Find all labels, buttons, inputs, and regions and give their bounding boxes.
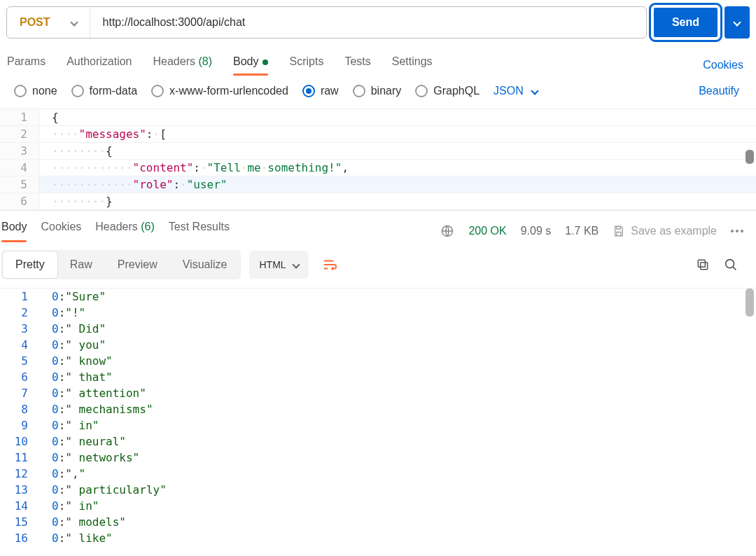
request-tabs: Params Authorization Headers (8) Body Sc… [0,43,756,75]
response-line[interactable]: 10:"Sure" [0,289,756,305]
response-time: 9.09 s [521,225,552,237]
response-line[interactable]: 120:"," [0,466,756,482]
response-tab-body[interactable]: Body [1,221,27,242]
response-line[interactable]: 70:" attention" [0,385,756,401]
editor-line[interactable]: 4············"content":·"Tell·me·somethi… [0,160,756,176]
tab-params[interactable]: Params [7,55,46,75]
tab-scripts[interactable]: Scripts [289,55,323,75]
chevron-down-icon [70,18,78,26]
response-line[interactable]: 50:" know" [0,353,756,369]
urlbar-group: POST [6,6,647,39]
response-line[interactable]: 60:" that" [0,369,756,385]
response-view-segmented: Pretty Raw Preview Visualize [1,250,241,279]
method-select[interactable]: POST [7,7,90,38]
response-format-select[interactable]: HTML [249,251,308,279]
modified-dot-icon [262,60,268,65]
globe-icon[interactable] [440,224,454,238]
response-line[interactable]: 140:" in" [0,498,756,514]
response-line[interactable]: 130:" particularly" [0,482,756,498]
response-body[interactable]: 10:"Sure"20:"!"30:" Did"40:" you"50:" kn… [0,288,756,546]
svg-rect-2 [698,260,705,267]
copy-icon[interactable] [689,251,717,279]
editor-line[interactable]: 6········} [0,193,756,210]
svg-rect-1 [701,263,708,270]
chevron-down-icon [292,260,300,268]
response-line[interactable]: 80:" mechanisms" [0,401,756,417]
body-type-row: none form-data x-www-form-urlencoded raw… [0,75,756,109]
chevron-down-icon [531,87,538,95]
body-type-formdata[interactable]: form-data [71,85,137,97]
send-button[interactable]: Send [652,6,719,39]
method-label: POST [20,16,50,29]
wrap-lines-button[interactable] [316,251,344,279]
scrollbar[interactable] [746,289,754,317]
editor-line[interactable]: 5············"role":·"user" [0,176,756,193]
tab-body[interactable]: Body [233,55,268,75]
response-tab-cookies[interactable]: Cookies [41,221,81,242]
body-type-binary[interactable]: binary [353,85,402,97]
urlbar-row: POST Send [0,0,756,43]
editor-line[interactable]: 1{ [0,109,756,126]
beautify-button[interactable]: Beautify [699,85,742,97]
body-type-graphql[interactable]: GraphQL [415,85,479,97]
view-pretty[interactable]: Pretty [3,251,57,278]
editor-line[interactable]: 3········{ [0,143,756,160]
response-line[interactable]: 150:" models" [0,514,756,530]
response-line[interactable]: 40:" you" [0,337,756,353]
tab-headers[interactable]: Headers (8) [153,55,213,75]
view-raw[interactable]: Raw [57,251,105,278]
url-input[interactable] [90,7,646,38]
response-line[interactable]: 30:" Did" [0,321,756,337]
tab-tests[interactable]: Tests [344,55,370,75]
search-icon[interactable] [717,251,745,279]
view-preview[interactable]: Preview [105,251,170,278]
response-line[interactable]: 90:" in" [0,417,756,433]
response-line[interactable]: 110:" networks" [0,450,756,466]
svg-point-3 [726,260,734,268]
tab-settings[interactable]: Settings [392,55,433,75]
save-icon [612,225,625,237]
tab-authorization[interactable]: Authorization [66,55,132,75]
body-type-none[interactable]: none [14,85,57,97]
more-menu-icon[interactable] [731,230,743,232]
response-status: 200 OK [468,225,506,237]
cookies-link[interactable]: Cookies [703,59,749,71]
body-format-select[interactable]: JSON [493,85,538,97]
response-tab-headers[interactable]: Headers (6) [95,221,155,242]
send-dropdown-button[interactable] [724,6,750,39]
response-size: 1.7 KB [565,225,598,237]
response-tab-testresults[interactable]: Test Results [169,221,230,242]
response-line[interactable]: 20:"!" [0,305,756,321]
body-type-raw[interactable]: raw [302,85,339,97]
response-line[interactable]: 160:" like" [0,530,756,546]
response-tabs: Body Cookies Headers (6) Test Results 20… [0,210,756,242]
request-body-editor[interactable]: 1{2····"messages":·[3········{4·········… [0,109,756,210]
editor-line[interactable]: 2····"messages":·[ [0,126,756,143]
save-as-example-button[interactable]: Save as example [612,225,717,237]
response-line[interactable]: 100:" neural" [0,433,756,450]
body-type-urlencoded[interactable]: x-www-form-urlencoded [151,85,288,97]
view-visualize[interactable]: Visualize [170,251,240,278]
response-toolbar: Pretty Raw Preview Visualize HTML [0,242,756,288]
